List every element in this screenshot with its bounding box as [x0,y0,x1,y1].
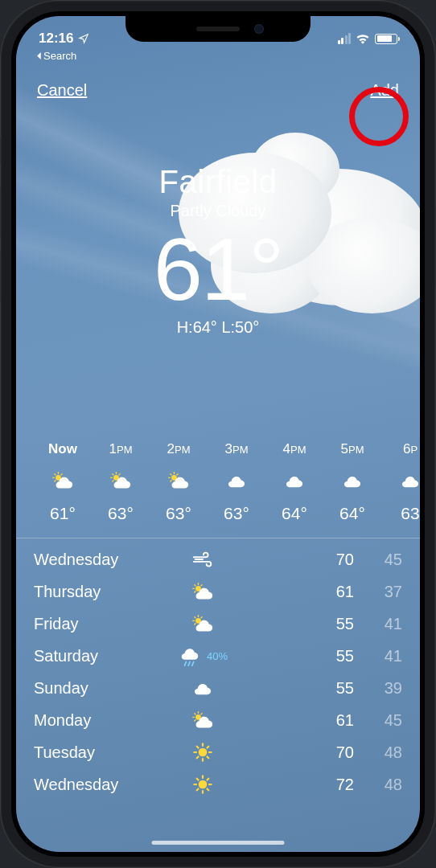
svg-line-55 [195,720,195,721]
hour-temp: 64° [265,504,323,523]
svg-line-35 [201,585,202,586]
hour-col: 6P63 [381,441,420,523]
partly-sunny-icon [34,469,92,493]
cancel-button[interactable]: Cancel [37,81,87,100]
svg-line-71 [197,779,199,780]
svg-line-7 [55,481,56,481]
svg-line-44 [201,617,202,618]
day-high: 61 [235,583,370,601]
mute-switch[interactable] [0,137,1,164]
svg-line-25 [171,481,171,481]
partly-sunny-icon [171,710,235,731]
partly-sunny-icon [171,613,235,634]
cloud-icon [208,469,265,493]
cloud-icon [381,469,420,493]
day-low: 45 [370,551,402,569]
hour-col: 2PM63° [150,441,208,523]
svg-line-64 [197,756,199,758]
high-low: H:64° L:50° [16,318,420,337]
hour-temp: 63° [150,504,208,523]
day-row: Friday5541 [34,608,402,640]
precip-chance: 40% [207,650,228,662]
day-row: Thursday6137 [34,575,402,608]
svg-line-16 [113,481,113,481]
day-row: Wednesday7045 [34,543,402,575]
svg-line-56 [201,714,202,714]
day-low: 48 [370,743,402,762]
add-button[interactable]: Add [370,81,399,100]
svg-line-34 [195,592,195,592]
day-row: Saturday40%5541 [34,640,402,672]
volume-up-button[interactable] [0,186,1,238]
day-low: 37 [370,583,402,601]
svg-line-14 [113,474,113,475]
cloud-icon [323,469,381,493]
day-low: 39 [370,679,402,698]
day-low: 45 [370,711,402,730]
day-name: Tuesday [34,743,171,762]
screen: 12:16 Search [16,16,420,852]
cellular-icon [338,33,352,44]
notch [125,16,311,42]
svg-line-47 [192,661,194,665]
svg-line-23 [171,474,171,475]
wifi-icon [356,33,370,44]
day-high: 61 [235,711,370,730]
day-row: Wednesday7248 [34,768,402,800]
svg-line-63 [207,756,208,758]
rain-icon: 40% [171,645,235,667]
svg-line-73 [197,788,199,790]
day-high: 55 [235,647,370,665]
day-low: 41 [370,647,402,665]
hour-col: 1PM63° [92,441,150,523]
back-to-search[interactable]: Search [16,50,420,62]
partly-sunny-icon [171,581,235,602]
hourly-forecast[interactable]: Now61°1PM63°2PM63°3PM63°4PM64°5PM64°6P63 [16,441,420,538]
day-low: 48 [370,776,402,794]
svg-line-72 [207,788,208,790]
cloud-icon [265,469,323,493]
hour-col: 4PM64° [265,441,323,523]
svg-line-74 [207,779,208,780]
battery-icon [375,34,397,44]
condition-text: Partly Cloudy [16,202,420,220]
svg-point-57 [199,748,208,757]
hour-label: 3PM [208,441,265,457]
chevron-left-icon [35,51,42,60]
svg-line-46 [188,661,190,665]
svg-line-45 [184,661,186,665]
location-icon [78,33,89,44]
svg-line-17 [119,474,120,475]
day-high: 55 [235,679,370,698]
svg-line-53 [195,714,195,714]
home-indicator[interactable] [152,841,285,845]
volume-down-button[interactable] [0,251,1,302]
svg-line-26 [177,474,178,475]
hour-label: Now [34,441,92,457]
day-high: 55 [235,615,370,633]
daily-forecast[interactable]: Wednesday7045Thursday6137Friday5541Satur… [16,538,420,800]
sun-icon [171,743,235,762]
hour-label: 1PM [92,441,150,457]
day-low: 41 [370,615,402,633]
day-name: Friday [34,615,171,633]
partly-sunny-icon [92,469,150,493]
hour-temp: 63 [381,504,420,523]
hour-temp: 64° [323,504,381,523]
day-high: 70 [235,743,370,762]
day-name: Thursday [34,583,171,601]
day-name: Monday [34,711,171,730]
hour-col: Now61° [34,441,92,523]
svg-line-8 [61,474,62,475]
current-weather: Fairfield Partly Cloudy 61° H:64° L:50° [16,164,420,337]
day-name: Wednesday [34,551,171,569]
wind-icon [171,551,235,568]
hour-label: 2PM [150,441,208,457]
svg-line-5 [55,474,56,475]
hour-label: 6P [381,441,420,457]
nav-row: Cancel Add [16,62,420,100]
svg-line-32 [195,585,195,586]
svg-point-66 [199,780,208,789]
hour-temp: 61° [34,504,92,523]
day-row: Monday6145 [34,704,402,736]
